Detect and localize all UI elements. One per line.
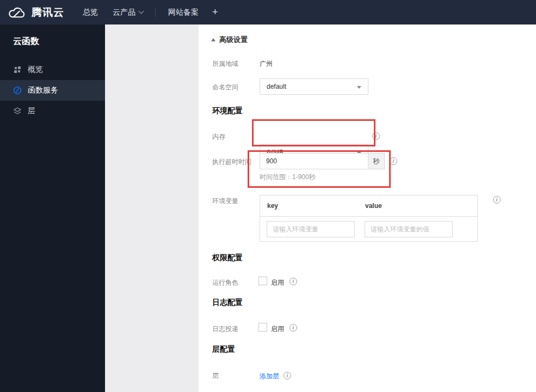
- log-delivery-enable-label[interactable]: 启用: [271, 324, 284, 334]
- add-layer-link[interactable]: 添加层: [260, 372, 279, 381]
- memory-label: 内存: [212, 132, 225, 142]
- nav-add-tab-button[interactable]: +: [212, 7, 218, 18]
- sidebar: 云函数 概览 函数服务 层: [0, 24, 105, 392]
- sidebar-title: 云函数: [13, 36, 105, 47]
- layer-config-section-title: 层配置: [212, 345, 235, 354]
- log-config-section-title: 日志配置: [212, 298, 243, 308]
- run-role-info-icon[interactable]: [289, 278, 297, 285]
- add-layer-info-icon[interactable]: [284, 372, 291, 379]
- region-label: 所属地域: [212, 59, 238, 69]
- nav-item-cloud-products-label: 云产品: [113, 8, 135, 17]
- advanced-settings-label: 高级设置: [219, 35, 248, 45]
- region-value: 广州: [260, 59, 273, 69]
- top-navbar: 腾讯云 总览 云产品 网站备案 +: [0, 0, 536, 24]
- log-delivery-label: 日志投递: [212, 324, 238, 334]
- advanced-settings-toggle[interactable]: 高级设置: [211, 35, 248, 45]
- log-delivery-checkbox[interactable]: [258, 323, 267, 332]
- timeout-info-icon[interactable]: [390, 157, 397, 165]
- sidebar-item-label: 概览: [28, 65, 43, 75]
- chevron-down-icon: [139, 9, 144, 14]
- memory-info-icon[interactable]: [372, 132, 380, 140]
- timeout-unit-suffix: 秒: [368, 153, 385, 169]
- sidebar-item-overview[interactable]: 概览: [0, 59, 105, 80]
- log-delivery-info-icon[interactable]: [289, 324, 297, 332]
- nav-divider: [155, 8, 156, 17]
- envvar-header-row: key value: [260, 195, 477, 217]
- nav-item-cloud-products[interactable]: 云产品: [113, 8, 143, 17]
- tencent-cloud-brand[interactable]: 腾讯云: [8, 5, 64, 20]
- sidebar-item-function-service[interactable]: 函数服务: [0, 80, 105, 101]
- namespace-selected-value: default: [267, 83, 286, 90]
- nav-item-website-beian[interactable]: 网站备案: [168, 8, 199, 17]
- timeout-input[interactable]: [260, 153, 368, 169]
- namespace-label: 命名空间: [212, 83, 238, 92]
- env-config-section-title: 环境配置: [212, 106, 243, 116]
- sidebar-item-label: 函数服务: [28, 85, 58, 95]
- perm-config-section-title: 权限配置: [212, 253, 243, 263]
- nav-item-overview[interactable]: 总览: [83, 8, 98, 17]
- layer-label: 层: [212, 371, 219, 381]
- brand-text: 腾讯云: [32, 5, 64, 20]
- layers-icon: [13, 107, 22, 115]
- envvar-value-header: value: [365, 195, 382, 217]
- envvar-info-icon[interactable]: [493, 196, 501, 204]
- grid-icon: [13, 65, 22, 74]
- function-hexagon-icon: [13, 86, 22, 95]
- envvar-table: key value: [260, 195, 478, 242]
- timeout-label: 执行超时时间: [212, 157, 251, 167]
- envvar-key-header: key: [267, 195, 278, 217]
- function-config-form: 高级设置 所属地域 广州 命名空间 default 环境配置 内存 64MB 执…: [199, 24, 536, 392]
- run-role-enable-label[interactable]: 启用: [271, 278, 284, 287]
- run-role-label: 运行角色: [212, 278, 238, 287]
- namespace-select[interactable]: default: [260, 78, 368, 95]
- sidebar-item-layers[interactable]: 层: [0, 101, 105, 121]
- envvar-label: 环境变量: [212, 197, 238, 206]
- envvar-key-input[interactable]: [267, 221, 355, 237]
- triangle-up-icon: [211, 38, 215, 41]
- tencent-cloud-logo-icon: [8, 7, 27, 19]
- envvar-value-input[interactable]: [365, 221, 453, 237]
- sidebar-item-label: 层: [28, 106, 35, 116]
- collapsed-function-list-panel: [105, 24, 199, 392]
- timeout-range-hint: 时间范围：1-900秒: [260, 173, 316, 182]
- run-role-checkbox[interactable]: [258, 277, 267, 285]
- memory-highlight-box: [252, 119, 375, 146]
